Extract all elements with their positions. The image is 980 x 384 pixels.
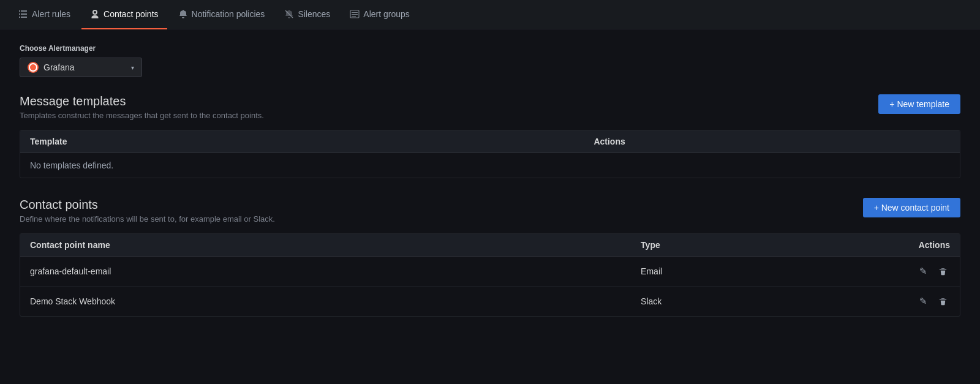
alertmanager-selected: Grafana [43,62,126,72]
templates-header-left: Message templates Templates construct th… [20,94,264,120]
nav-alert-groups[interactable]: Alert groups [341,0,418,29]
new-contact-point-button[interactable]: + New contact point [863,198,960,217]
contact-point-name: grafana-default-email [20,257,631,287]
templates-col-actions: Actions [584,130,960,153]
nav-notification-policies-label: Notification policies [192,9,265,19]
contact-point-actions: ✎ [819,257,960,287]
svg-rect-3 [21,13,27,15]
nav-contact-points-label: Contact points [104,9,159,19]
templates-description: Templates construct the messages that ge… [20,111,264,120]
grafana-logo-icon [28,62,39,73]
contact-points-col-name: Contact point name [20,234,631,257]
contact-points-table-wrapper: Contact point name Type Actions grafana-… [20,233,960,317]
contact-points-description: Define where the notifications will be s… [20,214,275,224]
contact-points-icon [90,9,100,19]
nav-alert-groups-label: Alert groups [363,9,409,19]
contact-points-header-left: Contact points Define where the notifica… [20,198,275,224]
contact-points-col-type: Type [631,234,819,257]
contact-point-type: Email [631,257,819,287]
svg-rect-1 [21,10,27,12]
templates-section-header: Message templates Templates construct th… [20,94,960,120]
alert-groups-icon [350,9,360,19]
alertmanager-label: Choose Alertmanager [20,44,960,53]
templates-title: Message templates [20,94,264,108]
nav-silences[interactable]: Silences [276,0,339,29]
contact-point-actions: ✎ [819,287,960,317]
contact-points-table-header-row: Contact point name Type Actions [20,234,960,257]
contact-points-section-header: Contact points Define where the notifica… [20,198,960,224]
templates-col-template: Template [20,130,584,153]
contact-points-title: Contact points [20,198,275,212]
silences-icon [284,9,294,19]
svg-rect-0 [19,10,20,12]
contact-point-type: Slack [631,287,819,317]
chevron-down-icon: ▾ [131,64,134,71]
edit-icon[interactable]: ✎ [916,264,930,279]
nav-silences-label: Silences [298,9,330,19]
alertmanager-section: Choose Alertmanager Grafana ▾ [20,44,960,77]
contact-points-section: Contact points Define where the notifica… [20,198,960,317]
notification-icon [178,9,188,19]
nav-notification-policies[interactable]: Notification policies [170,0,274,29]
nav-alert-rules[interactable]: Alert rules [10,0,79,29]
list-icon [18,9,28,19]
svg-rect-5 [21,17,27,18]
templates-section: Message templates Templates construct th… [20,94,960,178]
nav-contact-points[interactable]: Contact points [81,0,167,29]
contact-points-col-actions: Actions [819,234,960,257]
alertmanager-dropdown[interactable]: Grafana ▾ [20,58,142,77]
svg-rect-2 [19,13,20,15]
edit-icon[interactable]: ✎ [916,294,930,309]
table-row: grafana-default-email Email ✎ [20,257,960,287]
delete-icon[interactable] [935,264,950,279]
new-template-button[interactable]: + New template [878,94,960,114]
table-row: Demo Stack Webhook Slack ✎ [20,287,960,317]
templates-table-wrapper: Template Actions No templates defined. [20,130,960,178]
main-content: Choose Alertmanager Grafana ▾ Message te… [0,29,980,351]
main-nav: Alert rules Contact points Notification … [0,0,980,29]
templates-table-header-row: Template Actions [20,130,960,153]
nav-alert-rules-label: Alert rules [32,9,70,19]
templates-empty-row: No templates defined. [20,153,960,178]
templates-table: Template Actions No templates defined. [20,130,960,178]
contact-points-table: Contact point name Type Actions grafana-… [20,234,960,316]
svg-rect-4 [19,17,20,18]
contact-point-name: Demo Stack Webhook [20,287,631,317]
templates-empty-message: No templates defined. [20,153,960,178]
delete-icon[interactable] [935,294,950,309]
